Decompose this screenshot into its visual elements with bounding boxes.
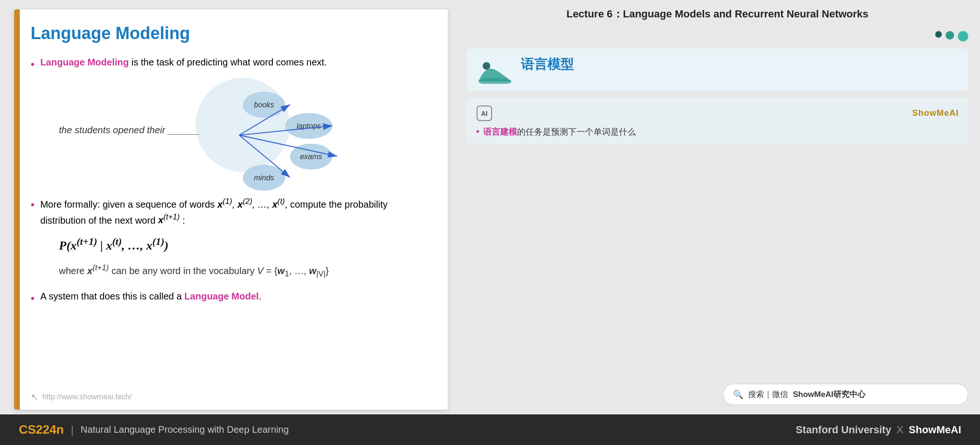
footer-url: http://www.showmeai.tech/ xyxy=(42,393,132,401)
x-separator: X xyxy=(897,424,906,436)
chinese-card: 语言模型 xyxy=(467,49,968,91)
bullet-item-2: • More formally: given a sequence of wor… xyxy=(31,195,429,280)
language-modeling-highlight: Language Modeling xyxy=(40,57,129,67)
bullet-text-1: Language Modeling is the task of predict… xyxy=(40,55,327,69)
search-icon: 🔍 xyxy=(733,389,743,400)
bullet-text-2: More formally: given a sequence of words… xyxy=(40,195,429,227)
bubble-books: books xyxy=(243,92,285,118)
translation-header: AI ShowMeAI xyxy=(476,105,959,121)
bubble-laptops: laptops xyxy=(285,113,332,139)
bullet-list-2: • More formally: given a sequence of wor… xyxy=(31,195,429,307)
ai-icon: AI xyxy=(476,105,493,121)
search-bar[interactable]: 🔍 搜索｜微信 ShowMeAI研究中心 xyxy=(723,384,968,405)
sentence-text: the students opened their ______ xyxy=(59,125,199,136)
svg-point-6 xyxy=(483,62,490,70)
language-model-highlight: Language Model xyxy=(184,291,259,301)
large-circle xyxy=(196,78,290,172)
teal-dot-2 xyxy=(946,31,954,40)
teal-dot-1 xyxy=(935,31,942,38)
math-where: where x(t+1) can be any word in the voca… xyxy=(59,262,329,280)
content-area: Language Modeling • Language Modeling is… xyxy=(0,0,980,414)
translation-card: AI ShowMeAI • 语言建模的任务是预测下一个单词是什么 xyxy=(467,98,968,145)
bullet-item-1: • Language Modeling is the task of predi… xyxy=(31,55,429,73)
bottom-right: Stanford University X ShowMeAI xyxy=(796,424,961,436)
slide-left-bar xyxy=(14,9,20,410)
course-name: Natural Language Processing with Deep Le… xyxy=(81,424,288,435)
bubble-exams: exams xyxy=(290,144,332,170)
search-brand-text: ShowMeAI研究中心 xyxy=(793,389,865,400)
right-panel: Lecture 6：Language Models and Recurrent … xyxy=(457,0,980,414)
bullet-list: • Language Modeling is the task of predi… xyxy=(31,55,429,73)
cursor-icon: ↖ xyxy=(31,391,39,403)
teal-dots xyxy=(467,31,968,41)
translation-rest: 的任务是预测下一个单词是什么 xyxy=(517,127,636,137)
prediction-diagram: the students opened their ______ books l… xyxy=(59,82,429,186)
bullet-1-rest: is the task of predicting what word come… xyxy=(132,57,327,67)
chinese-title: 语言模型 xyxy=(521,56,574,73)
bottom-left: CS224n | Natural Language Processing wit… xyxy=(19,422,289,437)
bullet-text-3: A system that does this is called a Lang… xyxy=(40,289,261,303)
translation-bullet: • 语言建模的任务是预测下一个单词是什么 xyxy=(476,126,959,138)
slide-footer: ↖ http://www.showmeai.tech/ xyxy=(31,391,132,403)
search-bar-container: 🔍 搜索｜微信 ShowMeAI研究中心 xyxy=(467,384,968,410)
math-formula: P(x(t+1) | x(t), …, x(1)) xyxy=(59,234,168,255)
showmeai-text: ShowMeAI xyxy=(909,424,961,436)
showmeai-brand-translation: ShowMeAI xyxy=(912,108,959,118)
translation-dot: • xyxy=(476,126,479,137)
bullet-dot-3: • xyxy=(31,290,34,307)
slide-title: Language Modeling xyxy=(31,24,429,43)
bubble-minds: minds xyxy=(243,165,285,191)
bullet-dot-1: • xyxy=(31,56,34,73)
landscape-icon xyxy=(476,56,514,84)
course-separator: | xyxy=(71,424,74,436)
teal-dot-3 xyxy=(958,31,968,41)
slide-panel: Language Modeling • Language Modeling is… xyxy=(14,9,448,410)
translation-text: 语言建模的任务是预测下一个单词是什么 xyxy=(483,126,636,138)
lecture-title: Lecture 6：Language Models and Recurrent … xyxy=(467,7,968,22)
bottom-bar: CS224n | Natural Language Processing wit… xyxy=(0,414,980,445)
slide-content: Language Modeling • Language Modeling is… xyxy=(14,9,448,326)
bullet-item-3: • A system that does this is called a La… xyxy=(31,289,429,307)
course-code: CS224n xyxy=(19,422,64,437)
main-container: Language Modeling • Language Modeling is… xyxy=(0,0,980,445)
search-text: 搜索｜微信 xyxy=(748,389,788,400)
translation-highlight: 语言建模 xyxy=(483,127,517,137)
stanford-text: Stanford University xyxy=(796,424,891,436)
bullet-dot-2: • xyxy=(31,196,34,213)
svg-text:AI: AI xyxy=(481,110,488,117)
